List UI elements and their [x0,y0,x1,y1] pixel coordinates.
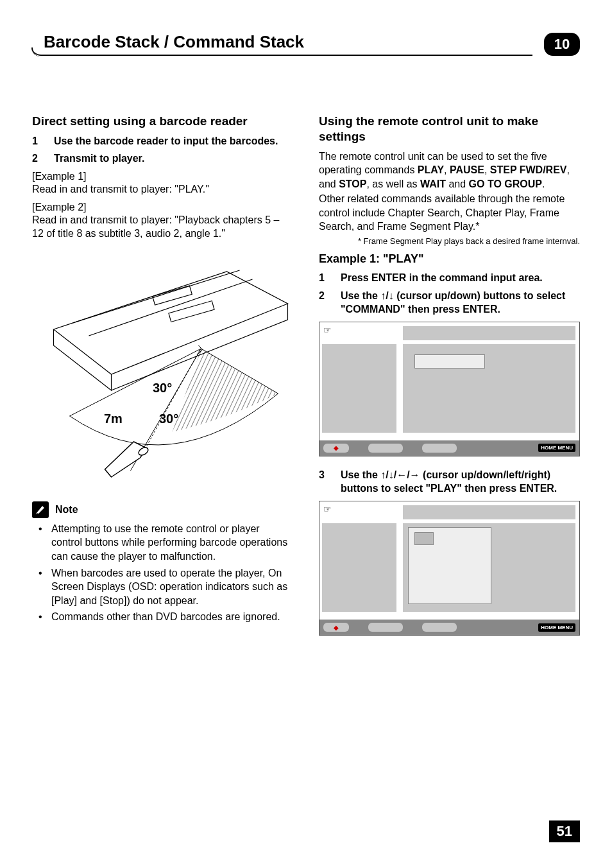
step-text: Press ENTER in the command input area. [341,271,543,285]
step-number: 3 [319,468,329,496]
text: Use the [341,469,380,480]
note-list: Attempting to use the remote control or … [32,522,293,624]
cmd-play: PLAY [418,164,444,175]
step-text: Use the ↑/↓ (cursor up/down) buttons to … [341,289,580,317]
home-menu-button[interactable]: HOME MENU [538,623,575,632]
step-1: 1 Use the barcode reader to input the ba… [32,134,293,148]
angle-label-1: 30° [153,381,172,395]
cursor-up-icon: ↑ [380,469,386,480]
cmd-wait: WAIT [420,178,446,189]
angle-label-2: 30° [159,412,178,426]
note-title: Note [55,504,78,516]
step-number: 1 [32,134,42,148]
note-header: Note [32,501,293,518]
step-number: 2 [319,289,329,317]
example-2-label: [Example 2] [32,202,293,213]
text: . [542,178,545,189]
svg-marker-0 [54,272,288,374]
osd-screenshot-2: ☞ ◆ HOME MENU [319,501,580,636]
svg-rect-4 [169,300,214,322]
left-column: Direct setting using a barcode reader 1 … [32,114,293,647]
text: , [444,164,450,175]
note-icon [32,501,49,518]
cmd-stop: STOP [339,178,366,189]
svg-line-1 [73,270,240,323]
dvd-player-illustration [32,252,293,483]
barcode-reader-figure: 30° 7m 30° [32,252,293,483]
chapter-header: Barcode Stack / Command Stack 10 [32,32,580,56]
section-heading: Using the remote control unit to make se… [319,114,580,144]
note-item: Attempting to use the remote control or … [32,522,293,564]
step-number: 1 [319,271,329,285]
text: and [446,178,469,189]
step-1: 1 Press ENTER in the command input area. [319,271,580,285]
step-text: Use the ↑/↓/←/→ (cursor up/down/left/rig… [341,468,580,496]
cursor-right-icon: → [410,469,420,480]
cursor-down-icon: ↓ [389,290,394,301]
cursor-left-icon: ← [396,469,407,480]
osd-screenshot-1: ☞ ◆ HOME MENU [319,322,580,456]
page-number: 51 [549,820,580,842]
hand-icon: ☞ [323,504,332,514]
hand-icon: ☞ [323,325,332,335]
paragraph: Other related commands available through… [319,192,580,234]
example-1-body: Read in and transmit to player: "PLAY." [32,182,293,196]
paragraph: The remote control unit can be used to s… [319,150,580,191]
chapter-number-badge: 10 [544,33,580,56]
note-item: Commands other than DVD barcodes are ign… [32,610,293,624]
cursor-up-icon: ↑ [380,290,386,301]
cmd-gotogroup: GO TO GROUP [469,178,542,189]
step-3: 3 Use the ↑/↓/←/→ (cursor up/down/left/r… [319,468,580,496]
step-text: Transmit to player. [54,152,144,166]
text: Use the [341,290,380,301]
example-1-label: [Example 1] [32,171,293,182]
note-item: When barcodes are used to operate the pl… [32,566,293,608]
nav-icon: ◆ [334,444,339,451]
text: , as well as [366,178,420,189]
step-text: Use the barcode reader to input the barc… [54,134,278,148]
footnote: * Frame Segment Play plays back a desire… [319,236,580,246]
example-2-body: Read in and transmit to player: "Playbac… [32,213,293,241]
example-heading: Example 1: "PLAY" [319,252,580,266]
step-2: 2 Transmit to player. [32,152,293,166]
nav-icon: ◆ [334,624,339,631]
text: , [484,164,490,175]
cursor-down-icon: ↓ [389,469,394,480]
chapter-title: Barcode Stack / Command Stack [38,32,532,52]
right-column: Using the remote control unit to make se… [319,114,580,647]
cmd-pause: PAUSE [450,164,484,175]
cmd-step: STEP FWD/REV [490,164,567,175]
step-2: 2 Use the ↑/↓ (cursor up/down) buttons t… [319,289,580,317]
section-heading: Direct setting using a barcode reader [32,114,293,129]
home-menu-button[interactable]: HOME MENU [538,444,575,452]
distance-label: 7m [104,412,123,426]
step-number: 2 [32,152,42,166]
